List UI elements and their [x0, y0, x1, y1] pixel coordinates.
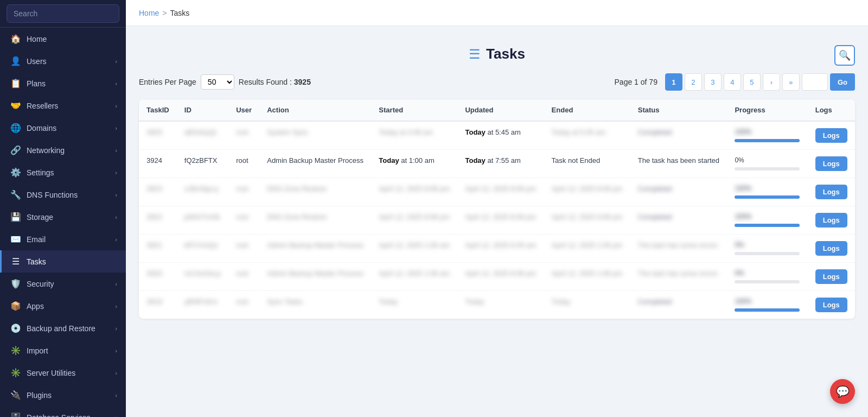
cell-started: Today at 1:00 am — [371, 150, 457, 178]
sidebar-item-label: Users — [27, 57, 47, 66]
col-taskid: TaskID — [139, 99, 177, 121]
page-jump-input[interactable] — [802, 73, 828, 91]
sidebar-item-security[interactable]: 🛡️ Security › — [0, 273, 126, 295]
cell-logs: Logs — [808, 291, 855, 319]
logs-button[interactable]: Logs — [815, 156, 847, 171]
table-header-row: TaskID ID User Action Started Updated En… — [139, 99, 855, 121]
sidebar-item-backup-restore[interactable]: 💿 Backup and Restore › — [0, 317, 126, 339]
cell-user: root — [228, 235, 259, 263]
sidebar-item-label: Domains — [27, 124, 56, 132]
cell-status: Completed — [630, 121, 727, 150]
cell-progress: 100% — [727, 206, 807, 235]
networking-icon: 🔗 — [10, 145, 21, 155]
page-btn-2[interactable]: 2 — [685, 73, 702, 91]
chevron-right-icon: › — [115, 325, 117, 332]
cell-updated: Today at 7:55 am — [457, 150, 544, 178]
chevron-right-icon: › — [115, 192, 117, 198]
page-btn-4[interactable]: 4 — [724, 73, 741, 91]
sidebar-item-database-services[interactable]: 🗄️ Database Services › — [0, 406, 126, 417]
sidebar-item-label: DNS Functions — [27, 191, 78, 199]
breadcrumb-home[interactable]: Home — [139, 9, 159, 17]
sidebar-item-inner: 🔌 Plugins — [10, 390, 52, 400]
cell-id: fQ2zBFTX — [177, 150, 228, 178]
page-btn-next[interactable]: › — [763, 73, 780, 91]
sidebar-item-resellers[interactable]: 🤝 Resellers › — [0, 94, 126, 117]
cell-status: The task has been started — [630, 150, 727, 178]
sidebar-item-label: Networking — [27, 146, 65, 155]
col-started: Started — [371, 99, 457, 121]
sidebar-item-label: Email — [27, 235, 46, 244]
cell-taskid: 3921 — [139, 235, 177, 263]
logs-button[interactable]: Logs — [815, 213, 847, 228]
storage-icon: 💾 — [10, 212, 21, 222]
cell-status: Completed — [630, 206, 727, 235]
sidebar-item-users[interactable]: 👤 Users › — [0, 50, 126, 72]
sidebar-item-storage[interactable]: 💾 Storage › — [0, 206, 126, 228]
cell-action: System Sync — [259, 121, 371, 150]
sidebar-item-inner: ✳️ Server Utilities — [10, 368, 75, 378]
chevron-right-icon: › — [115, 58, 117, 65]
sidebar-item-apps[interactable]: 📦 Apps › — [0, 295, 126, 317]
cell-action: DNS Zone Restore — [259, 178, 371, 206]
chat-bubble[interactable]: 💬 — [830, 379, 855, 404]
page-btn-3[interactable]: 3 — [704, 73, 722, 91]
cell-taskid: 3925 — [139, 121, 177, 150]
cell-updated: April 12, 2025 8:06 pm — [457, 206, 544, 235]
sidebar-item-settings[interactable]: ⚙️ Settings › — [0, 161, 126, 184]
page-btn-1[interactable]: 1 — [665, 73, 682, 91]
resellers-icon: 🤝 — [10, 100, 21, 111]
settings-icon: ⚙️ — [10, 167, 21, 178]
main-content: ☰ Tasks 🔍 Entries Per Page 50 10 25 100 … — [126, 26, 868, 417]
logs-button[interactable]: Logs — [815, 269, 847, 284]
sidebar-item-server-utilities[interactable]: ✳️ Server Utilities › — [0, 362, 126, 384]
cell-action: Admin Backup Master Process — [259, 263, 371, 291]
sidebar-item-tasks[interactable]: ☰ Tasks — [0, 250, 126, 273]
logs-button[interactable]: Logs — [815, 185, 847, 199]
breadcrumb-separator: > — [162, 9, 167, 17]
cell-user: root — [228, 150, 259, 178]
go-button[interactable]: Go — [830, 73, 855, 91]
page-btn-last[interactable]: » — [782, 73, 800, 91]
cell-progress: 0% — [727, 263, 807, 291]
entries-per-page-label: Entries Per Page — [139, 78, 196, 86]
cell-action: Admin Backup Master Process — [259, 150, 371, 178]
cell-progress: 0% — [727, 150, 807, 178]
sidebar-item-home[interactable]: 🏠 Home — [0, 28, 126, 50]
domains-icon: 🌐 — [10, 123, 21, 133]
entries-per-page-select[interactable]: 50 10 25 100 — [201, 74, 234, 90]
logs-button[interactable]: Logs — [815, 241, 847, 256]
col-logs: Logs — [808, 99, 855, 121]
server-utilities-icon: ✳️ — [10, 368, 21, 378]
sidebar-item-plugins[interactable]: 🔌 Plugins › — [0, 384, 126, 406]
cell-id: aB3xKpQr — [177, 121, 228, 150]
apps-icon: 📦 — [10, 301, 21, 311]
cell-logs: Logs — [808, 178, 855, 206]
search-button[interactable]: 🔍 — [834, 45, 855, 66]
page-btn-5[interactable]: 5 — [743, 73, 761, 91]
cell-user: root — [228, 178, 259, 206]
sidebar-item-label: Import — [27, 346, 48, 355]
cell-logs: Logs — [808, 206, 855, 235]
cell-updated: April 12, 2025 8:06 pm — [457, 178, 544, 206]
cell-logs: Logs — [808, 150, 855, 178]
logs-button[interactable]: Logs — [815, 128, 847, 143]
sidebar-item-networking[interactable]: 🔗 Networking › — [0, 139, 126, 161]
cell-started: April 12, 2025 8:06 pm — [371, 178, 457, 206]
sidebar-item-label: Server Utilities — [27, 369, 75, 377]
plans-icon: 📋 — [10, 78, 21, 89]
col-progress: Progress — [727, 99, 807, 121]
main-area: Home > Tasks ☰ Tasks 🔍 Entries Per Page … — [126, 0, 868, 417]
sidebar-item-plans[interactable]: 📋 Plans › — [0, 72, 126, 94]
col-user: User — [228, 99, 259, 121]
sidebar: 🏠 Home 👤 Users › 📋 Plans › 🤝 Resellers › — [0, 0, 126, 417]
sidebar-item-import[interactable]: ✳️ Import › — [0, 339, 126, 362]
search-input[interactable] — [7, 4, 119, 23]
sidebar-item-email[interactable]: ✉️ Email › — [0, 228, 126, 250]
chevron-right-icon: › — [115, 392, 117, 399]
security-icon: 🛡️ — [10, 279, 21, 289]
logs-button[interactable]: Logs — [815, 298, 847, 312]
sidebar-item-dns-functions[interactable]: 🔧 DNS Functions › — [0, 184, 126, 206]
sidebar-item-domains[interactable]: 🌐 Domains › — [0, 117, 126, 139]
sidebar-item-inner: 💾 Storage — [10, 212, 53, 222]
col-ended: Ended — [544, 99, 630, 121]
